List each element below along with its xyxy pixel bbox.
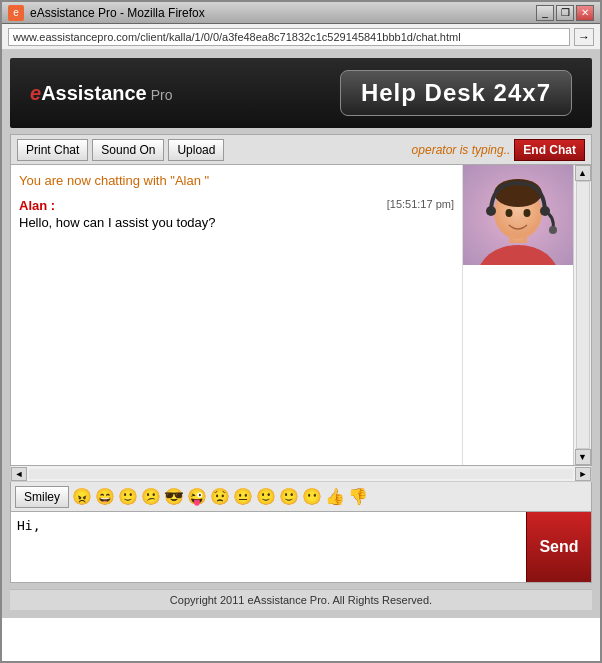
chat-toolbar: Print Chat Sound On Upload operator is t…: [10, 134, 592, 164]
message-sender: Alan :: [19, 198, 55, 213]
input-area: Hi, Send: [10, 512, 592, 583]
chat-intro: You are now chatting with "Alan ": [19, 173, 454, 188]
app-icon: e: [8, 5, 24, 21]
emoji-angry[interactable]: 😠: [72, 489, 92, 505]
scroll-track[interactable]: [576, 181, 590, 449]
main-content: eAssistance Pro Help Desk 24x7 Print Cha…: [2, 50, 600, 618]
message-timestamp: [15:51:17 pm]: [387, 198, 454, 213]
logo-pro: Pro: [147, 87, 173, 103]
hscroll-track[interactable]: [29, 469, 573, 479]
upload-button[interactable]: Upload: [168, 139, 224, 161]
emoji-wink[interactable]: 😜: [187, 489, 207, 505]
header-banner: eAssistance Pro Help Desk 24x7: [10, 58, 592, 128]
message-input[interactable]: Hi,: [11, 512, 526, 582]
svg-point-7: [549, 226, 557, 234]
message-body: Hello, how can I assist you today?: [19, 215, 454, 230]
smiley-bar: Smiley 😠 😄 🙂 😕 😎 😜 😟 😐 🙂 🙂 😶 👍 👎: [10, 482, 592, 512]
close-button[interactable]: ✕: [576, 5, 594, 21]
end-chat-button[interactable]: End Chat: [514, 139, 585, 161]
footer-text: Copyright 2011 eAssistance Pro. All Righ…: [170, 594, 432, 606]
hscroll-right-arrow[interactable]: ►: [575, 467, 591, 481]
title-bar: e eAssistance Pro - Mozilla Firefox _ ❒ …: [2, 2, 600, 24]
emoji-cool[interactable]: 😎: [164, 489, 184, 505]
go-button[interactable]: →: [574, 28, 594, 46]
emoji-thumbsdown[interactable]: 👎: [348, 489, 368, 505]
message-header: Alan : [15:51:17 pm]: [19, 198, 454, 213]
hscroll-left-arrow[interactable]: ◄: [11, 467, 27, 481]
minimize-button[interactable]: _: [536, 5, 554, 21]
svg-point-5: [486, 206, 496, 216]
typing-status: operator is typing..: [412, 143, 511, 157]
emoji-smile2[interactable]: 🙂: [256, 489, 276, 505]
helpdesk-badge: Help Desk 24x7: [340, 70, 572, 116]
scroll-down-arrow[interactable]: ▼: [575, 449, 591, 465]
print-chat-button[interactable]: Print Chat: [17, 139, 88, 161]
chat-scrollbar[interactable]: ▲ ▼: [573, 165, 591, 465]
logo-e: e: [30, 82, 41, 104]
restore-button[interactable]: ❒: [556, 5, 574, 21]
url-input[interactable]: [8, 28, 570, 46]
logo-assistance: Assistance: [41, 82, 147, 104]
scroll-up-arrow[interactable]: ▲: [575, 165, 591, 181]
chat-container: You are now chatting with "Alan " Alan :…: [10, 164, 592, 466]
send-button[interactable]: Send: [526, 512, 591, 582]
emoji-happy[interactable]: 😄: [95, 489, 115, 505]
address-bar: →: [2, 24, 600, 50]
agent-photo-placeholder: [463, 165, 573, 265]
window-controls: _ ❒ ✕: [536, 5, 594, 21]
sound-on-button[interactable]: Sound On: [92, 139, 164, 161]
svg-point-9: [524, 209, 531, 217]
footer: Copyright 2011 eAssistance Pro. All Righ…: [10, 589, 592, 610]
emoji-worried[interactable]: 😟: [210, 489, 230, 505]
emoji-smile[interactable]: 🙂: [118, 489, 138, 505]
smiley-button[interactable]: Smiley: [15, 486, 69, 508]
window-title: eAssistance Pro - Mozilla Firefox: [30, 6, 536, 20]
emoji-thumbsup[interactable]: 👍: [325, 489, 345, 505]
emoji-neutral[interactable]: 😐: [233, 489, 253, 505]
logo: eAssistance Pro: [30, 82, 172, 105]
emoji-smile3[interactable]: 🙂: [279, 489, 299, 505]
horizontal-scrollbar[interactable]: ◄ ►: [10, 466, 592, 482]
chat-messages: You are now chatting with "Alan " Alan :…: [11, 165, 463, 465]
emoji-confused[interactable]: 😕: [141, 489, 161, 505]
agent-photo: [463, 165, 573, 265]
svg-point-8: [506, 209, 513, 217]
emoji-blank[interactable]: 😶: [302, 489, 322, 505]
